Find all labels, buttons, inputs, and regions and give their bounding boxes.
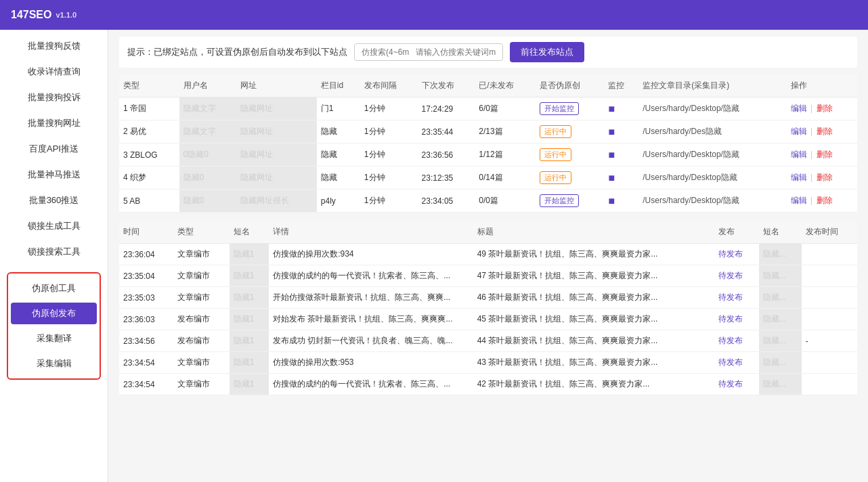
sidebar-item-fake-original-tools[interactable]: 伪原创工具 — [11, 278, 97, 299]
sidebar: 批量搜狗反馈 收录详情查询 批量搜狗投诉 批量搜狗网址 百度API推送 批量神马… — [0, 30, 108, 482]
cell-username: 0隐藏0 — [179, 144, 237, 167]
log-cell-title: 47 茶叶最新资讯！抗组、陈三高、爽爽最资力家... — [473, 265, 714, 287]
cell-fake-original: 运行中 — [536, 167, 605, 190]
log-cell-shortname2: 隐藏... — [759, 352, 802, 374]
sidebar-item-anchor-search[interactable]: 锁接搜索工具 — [8, 241, 100, 263]
cell-url: 隐藏网址 — [236, 144, 317, 167]
cell-directory: /Users/hardy/Des隐藏 — [638, 121, 786, 144]
cell-published: 2/13篇 — [475, 121, 535, 144]
delete-link[interactable]: 删除 — [817, 196, 833, 205]
log-cell-shortname2: 隐藏... — [759, 309, 802, 330]
log-cell-type: 文章编市 — [173, 374, 229, 395]
cell-column-id: 隐藏 — [317, 121, 360, 144]
log-col-status: 发布 — [714, 221, 759, 244]
log-cell-time: 23:34:56 — [119, 330, 173, 352]
log-cell-status: 待发布 — [714, 244, 759, 265]
sites-table-container: 类型 用户名 网址 栏目id 发布间隔 下次发布 已/未发布 是否伪原创 监控 … — [119, 74, 857, 213]
cell-column-id: 隐藏 — [317, 167, 360, 190]
log-cell-shortname2: 隐藏... — [759, 244, 802, 265]
log-table: 时间 类型 短名 详情 标题 发布 短名 发布时间 23:36:04 文章编市 … — [119, 221, 857, 395]
cell-username: 隐藏0 — [179, 190, 237, 213]
sidebar-item-shenma-push[interactable]: 批量神马推送 — [8, 164, 100, 185]
sidebar-item-sogou-url[interactable]: 批量搜狗网址 — [8, 112, 100, 134]
log-cell-status: 待发布 — [714, 309, 759, 330]
edit-link[interactable]: 编辑 — [791, 127, 807, 136]
sidebar-item-sogou-complaint[interactable]: 批量搜狗投诉 — [8, 87, 100, 108]
log-cell-time: 23:35:04 — [119, 265, 173, 287]
col-username: 用户名 — [179, 74, 237, 97]
cell-op: 编辑 | 删除 — [787, 144, 857, 167]
edit-link[interactable]: 编辑 — [791, 173, 807, 182]
sidebar-item-fake-original-publish[interactable]: 伪原创发布 — [11, 303, 97, 324]
log-cell-shortname: 隐藏1 — [230, 244, 269, 265]
cell-interval: 1分钟 — [360, 121, 418, 144]
sidebar-item-baidu-api[interactable]: 百度API推送 — [8, 138, 100, 160]
sidebar-item-anchor-gen[interactable]: 锁接生成工具 — [8, 215, 100, 237]
log-cell-title: 45 茶叶最新资讯！抗组、陈三高、爽爽最资力家... — [473, 309, 714, 330]
sidebar-item-collect-translate[interactable]: 采集翻译 — [11, 328, 97, 349]
log-table-row: 23:35:03 文章编市 隐藏1 开始仿搜做茶叶最新资讯！抗组、陈三高、爽爽.… — [119, 287, 857, 309]
log-cell-shortname2: 隐藏... — [759, 287, 802, 309]
cell-url: 隐藏网址 — [236, 121, 317, 144]
cell-fake-original: 运行中 — [536, 144, 605, 167]
cell-op: 编辑 | 删除 — [787, 97, 857, 121]
log-col-detail: 详情 — [269, 221, 473, 244]
notice-goto-publish-btn[interactable]: 前往发布站点 — [510, 42, 584, 62]
sidebar-item-collect-edit[interactable]: 采集编辑 — [11, 353, 97, 374]
log-cell-pubtime — [802, 352, 857, 374]
cell-type: 3 ZBLOG — [119, 144, 179, 167]
log-cell-shortname2: 隐藏... — [759, 374, 802, 395]
log-cell-pubtime — [802, 244, 857, 265]
sidebar-item-collect-query[interactable]: 收录详情查询 — [8, 61, 100, 83]
table-row: 2 易优 隐藏文字 隐藏网址 隐藏 1分钟 23:35:44 2/13篇 运行中… — [119, 121, 857, 144]
delete-link[interactable]: 删除 — [817, 127, 833, 136]
cell-monitor: ■ — [604, 121, 638, 144]
delete-link[interactable]: 删除 — [817, 150, 833, 159]
log-col-shortname: 短名 — [230, 221, 269, 244]
log-cell-shortname: 隐藏1 — [230, 287, 269, 309]
notice-search-input[interactable] — [354, 43, 503, 61]
delete-link[interactable]: 删除 — [817, 173, 833, 182]
cell-column-id: 门1 — [317, 97, 360, 121]
log-table-row: 23:34:54 文章编市 隐藏1 仿搜做的操用次数:953 43 茶叶最新资讯… — [119, 352, 857, 374]
cell-next-publish: 17:24:29 — [418, 97, 475, 121]
table-row: 3 ZBLOG 0隐藏0 隐藏网址 隐藏 1分钟 23:36:56 1/12篇 … — [119, 144, 857, 167]
log-cell-time: 23:34:54 — [119, 352, 173, 374]
sidebar-section-box: 伪原创工具 伪原创发布 采集翻译 采集编辑 — [7, 272, 101, 380]
cell-next-publish: 23:36:56 — [418, 144, 475, 167]
cell-op: 编辑 | 删除 — [787, 190, 857, 213]
cell-fake-original: 运行中 — [536, 121, 605, 144]
log-cell-shortname2: 隐藏... — [759, 330, 802, 352]
log-col-title: 标题 — [473, 221, 714, 244]
notice-bar: 提示：已绑定站点，可设置伪原创后自动发布到以下站点 前往发布站点 — [119, 37, 857, 68]
cell-next-publish: 23:34:05 — [418, 190, 475, 213]
log-cell-detail: 发布成功 切封新一代资讯！抗良者、魄三高、魄... — [269, 330, 473, 352]
log-col-time: 时间 — [119, 221, 173, 244]
log-cell-status: 待发布 — [714, 265, 759, 287]
cell-fake-original: 开始监控 — [536, 97, 605, 121]
cell-fake-original: 开始监控 — [536, 190, 605, 213]
sidebar-item-sogou-feedback[interactable]: 批量搜狗反馈 — [8, 35, 100, 57]
log-col-pubtime: 发布时间 — [802, 221, 857, 244]
table-row: 1 帝国 隐藏文字 隐藏网址 门1 1分钟 17:24:29 6/0篇 开始监控… — [119, 97, 857, 121]
log-cell-shortname: 隐藏1 — [230, 309, 269, 330]
table-row: 5 AB 隐藏0 隐藏网址很长 p4ly 1分钟 23:34:05 0/0篇 开… — [119, 190, 857, 213]
cell-monitor: ■ — [604, 144, 638, 167]
edit-link[interactable]: 编辑 — [791, 104, 807, 113]
delete-link[interactable]: 删除 — [817, 104, 833, 113]
edit-link[interactable]: 编辑 — [791, 196, 807, 205]
log-cell-time: 23:35:03 — [119, 287, 173, 309]
col-fake-original: 是否伪原创 — [536, 74, 605, 97]
cell-username: 隐藏文字 — [179, 97, 237, 121]
sidebar-item-360-push[interactable]: 批量360推送 — [8, 190, 100, 211]
cell-url: 隐藏网址 — [236, 97, 317, 121]
log-cell-type: 文章编市 — [173, 265, 229, 287]
table-row: 4 织梦 隐藏0 隐藏网址 隐藏 1分钟 23:12:35 0/14篇 运行中 … — [119, 167, 857, 190]
log-cell-title: 43 茶叶最新资讯！抗组、陈三高、爽爽最资力家... — [473, 352, 714, 374]
edit-link[interactable]: 编辑 — [791, 150, 807, 159]
cell-interval: 1分钟 — [360, 190, 418, 213]
cell-op: 编辑 | 删除 — [787, 167, 857, 190]
log-cell-pubtime — [802, 374, 857, 395]
col-url: 网址 — [236, 74, 317, 97]
cell-directory: /Users/hardy/Desktop/隐藏 — [638, 190, 786, 213]
